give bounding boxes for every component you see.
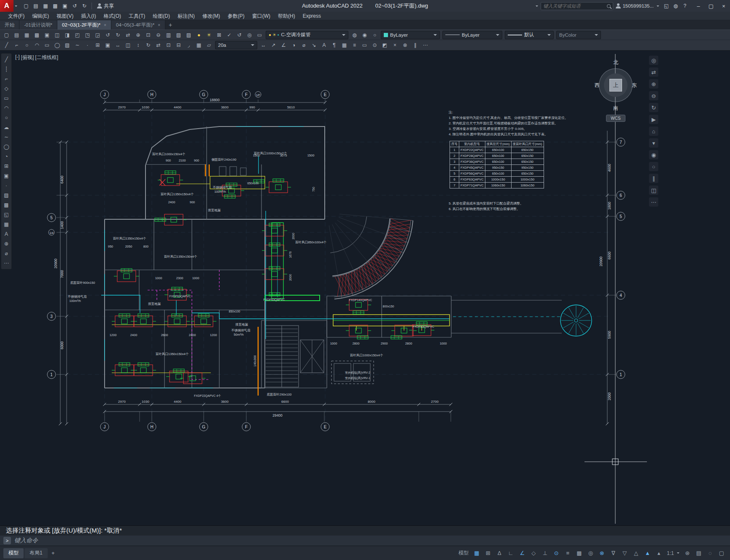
dim-aligned-icon[interactable]: ↗ — [269, 41, 278, 50]
stretch-icon[interactable]: ↕ — [133, 41, 143, 50]
dim-edit-icon[interactable]: ▭ — [360, 41, 369, 50]
maximize-icon[interactable]: ▢ — [705, 0, 717, 12]
add-selected-icon[interactable]: ⊕ — [2, 240, 11, 248]
linetype-select[interactable]: ByLayer — [442, 31, 502, 39]
annotation-visibility-icon[interactable]: ▲ — [642, 548, 652, 558]
autocad-logo[interactable]: A — [0, 0, 13, 12]
create-block-icon[interactable]: ▣ — [103, 41, 113, 50]
polygon-tool-icon[interactable]: ◇ — [2, 84, 11, 93]
lineweight-select[interactable]: 默认 — [505, 31, 554, 39]
help-search-box[interactable] — [541, 2, 613, 10]
menu-express[interactable]: Express — [299, 12, 325, 20]
gizmo-icon[interactable]: △ — [631, 548, 641, 558]
multileader-icon[interactable]: ↘ — [309, 41, 319, 50]
new-layout-button[interactable]: + — [48, 548, 58, 558]
lineweight-dropdown-icon[interactable] — [547, 34, 551, 36]
dynamic-ucs-icon[interactable]: ∇ — [608, 548, 618, 558]
model-paper-toggle[interactable]: 模型 — [457, 548, 470, 558]
insert-block-icon[interactable]: ⊞ — [93, 41, 102, 50]
scale-icon[interactable]: ⊡ — [164, 41, 173, 50]
construction-line-icon[interactable]: ┆ — [2, 65, 11, 73]
move-icon[interactable]: ↔ — [113, 41, 123, 50]
steering-wheel-icon[interactable]: ◉ — [649, 150, 658, 159]
ortho-icon[interactable]: ∟ — [506, 548, 516, 558]
object-snap-icon[interactable]: ⊙ — [551, 548, 561, 558]
style-dropdown-icon[interactable] — [251, 44, 254, 46]
close-tab-icon[interactable]: × — [158, 23, 160, 27]
search-input[interactable] — [543, 3, 605, 8]
rotate-icon[interactable]: ↻ — [143, 41, 153, 50]
account-button[interactable]: 1505999135... — [616, 3, 659, 8]
save-icon[interactable]: ▦ — [41, 1, 50, 11]
circle-tool-icon[interactable]: ○ — [2, 113, 11, 122]
dim-diameter-icon[interactable]: ⌀ — [299, 41, 309, 50]
vp-freeze-icon[interactable]: ◉ — [360, 30, 369, 39]
copy-icon[interactable]: ◳ — [83, 30, 92, 39]
selection-filter-icon[interactable]: ▽ — [620, 548, 630, 558]
make-current-icon[interactable]: ✓ — [224, 30, 234, 39]
camera-icon[interactable]: ◫ — [649, 186, 658, 195]
lineweight-icon[interactable]: ≡ — [563, 548, 573, 558]
menu-format[interactable]: 格式(O) — [100, 12, 125, 20]
zoom-previous-icon[interactable]: ⊖ — [154, 30, 163, 39]
spline-tool-icon[interactable]: ∼ — [2, 133, 11, 141]
osnap-3d-icon[interactable]: ⊗ — [597, 548, 607, 558]
doc-tab-start[interactable]: 开始 — [0, 20, 19, 30]
center-mark-icon[interactable]: ⊙ — [370, 41, 380, 50]
grid-icon[interactable]: ▦ — [471, 548, 482, 558]
open-icon[interactable]: ▤ — [12, 30, 22, 39]
rectangle-icon[interactable]: ▭ — [42, 41, 52, 50]
break-icon[interactable]: × — [390, 41, 400, 50]
search-history-icon[interactable] — [536, 5, 538, 7]
menu-dimension[interactable]: 标注(N) — [174, 12, 199, 20]
infer-constraints-icon[interactable]: ∆ — [494, 548, 504, 558]
measure-tool-icon[interactable]: ⌀ — [2, 249, 11, 258]
preview-icon[interactable]: ◫ — [52, 30, 62, 39]
transparency-icon[interactable]: ▩ — [574, 548, 584, 558]
paste-icon[interactable]: ◲ — [93, 30, 102, 39]
trim-icon[interactable]: ⊟ — [174, 41, 183, 50]
snap-icon[interactable]: ⊞ — [483, 548, 493, 558]
lock-unlock-layer-icon[interactable]: ○ — [370, 30, 380, 39]
home-view-icon[interactable]: ⌂ — [649, 127, 658, 136]
plot-icon[interactable]: ▣ — [60, 1, 70, 11]
arc-icon[interactable]: ◠ — [32, 41, 42, 50]
point-tool-icon[interactable]: ∙ — [2, 181, 11, 190]
dim-style-select[interactable]: 20a — [215, 41, 257, 49]
menu-insert[interactable]: 插入(I) — [77, 12, 100, 20]
share-button[interactable]: 共享 — [94, 3, 116, 10]
color-dropdown-icon[interactable] — [434, 34, 437, 36]
publish-icon[interactable]: ◨ — [62, 30, 72, 39]
command-input-line[interactable]: > 键入命令 — [0, 536, 730, 546]
line-icon[interactable]: ╱ — [2, 41, 11, 50]
search-icon[interactable] — [607, 4, 611, 8]
model-tab[interactable]: 模型 — [3, 548, 24, 558]
copy-object-icon[interactable]: ◫ — [123, 41, 133, 50]
table-tool-icon[interactable]: ▦ — [2, 220, 11, 229]
isolate-objects-icon[interactable]: ◌ — [705, 548, 715, 558]
hatch-edit-icon[interactable]: ◩ — [380, 41, 390, 50]
more-tools-icon[interactable]: ⋯ — [2, 259, 11, 267]
annotation-scale-button[interactable]: 1:1 — [665, 548, 681, 558]
zoom-out-icon[interactable]: ⊖ — [649, 91, 658, 100]
menu-help[interactable]: 帮助(H) — [274, 12, 299, 20]
plotstyle-select[interactable]: ByColor — [556, 31, 601, 39]
zoom-realtime-icon[interactable]: ⊕ — [133, 30, 143, 39]
hatch-icon[interactable]: ▨ — [62, 41, 72, 50]
make-block-tool-icon[interactable]: ▣ — [2, 172, 11, 180]
mtext-icon[interactable]: ¶ — [329, 41, 339, 50]
open-folder-icon[interactable]: ▤ — [31, 1, 40, 11]
layer-properties-icon[interactable]: ▧ — [174, 30, 183, 39]
isometric-drafting-icon[interactable]: ◇ — [528, 548, 539, 558]
spline-icon[interactable]: ∼ — [73, 41, 82, 50]
pan-icon[interactable]: ⇄ — [123, 30, 133, 39]
rectangle-tool-icon[interactable]: ▭ — [2, 94, 11, 102]
table-icon[interactable]: ▦ — [339, 41, 349, 50]
linetype-dropdown-icon[interactable] — [496, 34, 499, 36]
view-compass[interactable]: 北 西 东 南 上 — [594, 59, 638, 111]
ellipse-icon[interactable]: ◯ — [52, 41, 62, 50]
dim-angular-icon[interactable]: ∠ — [279, 41, 288, 50]
insert-block-tool-icon[interactable]: ⊞ — [2, 162, 11, 170]
osnap-tracking-icon[interactable]: ⊥ — [540, 548, 550, 558]
help-icon[interactable]: ? — [680, 1, 690, 11]
